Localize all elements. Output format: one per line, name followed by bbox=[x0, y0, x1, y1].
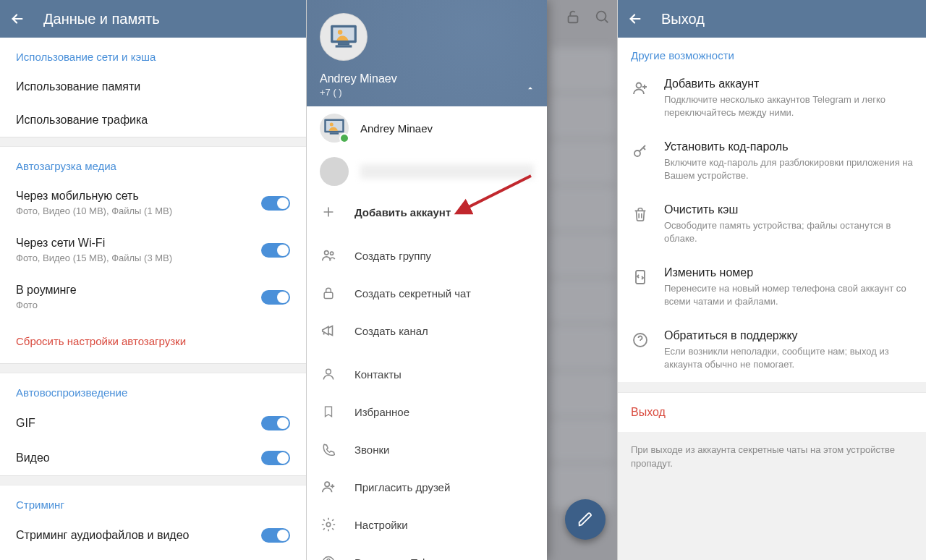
svg-rect-16 bbox=[569, 16, 578, 22]
drawer-new-group[interactable]: Создать группу bbox=[307, 237, 547, 274]
section-autoload-header: Автозагрузка медиа bbox=[0, 147, 306, 179]
drawer-header[interactable]: Andrey Minaev +7 ( ) bbox=[307, 0, 547, 106]
row-autoplay-gif[interactable]: GIF bbox=[0, 406, 306, 441]
row-autoload-mobile-title: Через мобильную сеть bbox=[16, 190, 172, 203]
svg-point-17 bbox=[597, 12, 606, 21]
row-traffic-usage[interactable]: Использование трафика bbox=[0, 103, 306, 137]
section-streaming-header: Стриминг bbox=[0, 485, 306, 518]
row-autoplay-video-title: Видео bbox=[16, 451, 50, 464]
svg-rect-3 bbox=[336, 45, 352, 47]
svg-rect-2 bbox=[338, 43, 349, 45]
gear-icon bbox=[320, 517, 336, 533]
drawer-secret-chat[interactable]: Создать секретный чат bbox=[307, 274, 547, 312]
section-autoplay-header: Автовоспроизведение bbox=[0, 373, 306, 406]
option-passcode[interactable]: Установить код-парольВключите код-пароль… bbox=[618, 130, 926, 193]
row-streaming-audio[interactable]: Стриминг аудиофайлов и видео bbox=[0, 518, 306, 553]
row-streaming-audio-title: Стриминг аудиофайлов и видео bbox=[16, 529, 189, 542]
panel3-title: Выход bbox=[661, 11, 705, 27]
svg-point-12 bbox=[326, 369, 331, 374]
row-autoload-roaming[interactable]: В роумингеФото bbox=[0, 273, 306, 321]
person-icon bbox=[321, 367, 336, 381]
help-icon bbox=[632, 331, 649, 349]
drawer-faq[interactable]: Вопросы о Telegram bbox=[307, 543, 547, 560]
bookmark-icon bbox=[322, 404, 335, 419]
profile-avatar[interactable] bbox=[320, 13, 368, 61]
drawer-new-group-label: Создать группу bbox=[354, 250, 431, 262]
toggle-autoplay-video[interactable] bbox=[261, 451, 290, 465]
account-name: Andrey Minaev bbox=[360, 122, 534, 135]
drawer-invite[interactable]: Пригласить друзей bbox=[307, 468, 547, 506]
option-passcode-sub: Включите код-пароль для разблокировки пр… bbox=[664, 156, 913, 182]
drawer-calls-label: Звонки bbox=[354, 444, 389, 456]
drawer-settings[interactable]: Настройки bbox=[307, 506, 547, 543]
drawer-secret-chat-label: Создать секретный чат bbox=[354, 287, 471, 300]
row-memory-usage[interactable]: Использование памяти bbox=[0, 70, 306, 103]
drawer-scrim[interactable] bbox=[547, 0, 617, 560]
toggle-autoplay-gif[interactable] bbox=[261, 416, 290, 430]
svg-point-4 bbox=[338, 30, 343, 35]
account-item-active[interactable]: Andrey Minaev bbox=[307, 106, 547, 150]
section-gap bbox=[0, 137, 306, 147]
row-autoload-wifi[interactable]: Через сети Wi-FiФото, Видео (15 MB), Фай… bbox=[0, 226, 306, 273]
option-support-sub: Если возникли неполадки, сообщите нам; в… bbox=[664, 345, 913, 370]
svg-point-19 bbox=[634, 150, 640, 156]
option-add-account[interactable]: Добавить аккаунтПодключите несколько акк… bbox=[618, 67, 926, 130]
person-add-icon bbox=[320, 479, 336, 495]
drawer-invite-label: Пригласить друзей bbox=[354, 481, 450, 493]
svg-point-8 bbox=[330, 123, 334, 127]
new-message-fab[interactable] bbox=[565, 499, 606, 540]
chevron-up-icon bbox=[525, 83, 535, 93]
row-autoload-mobile[interactable]: Через мобильную сетьФото, Видео (10 MB),… bbox=[0, 179, 306, 226]
avatar-placeholder-icon bbox=[325, 18, 362, 56]
option-passcode-title: Установить код-пароль bbox=[664, 140, 913, 153]
panel1-header: Данные и память bbox=[0, 0, 306, 38]
drawer-contacts[interactable]: Контакты bbox=[307, 355, 547, 393]
account-item-secondary[interactable] bbox=[307, 150, 547, 193]
megaphone-icon bbox=[320, 323, 336, 339]
drawer-add-account-label: Добавить аккаунт bbox=[354, 206, 451, 219]
drawer-faq-label: Вопросы о Telegram bbox=[354, 556, 456, 561]
plus-icon bbox=[321, 205, 336, 219]
help-icon bbox=[321, 555, 336, 560]
active-badge-icon bbox=[339, 133, 349, 143]
profile-name: Andrey Minaev bbox=[320, 72, 534, 85]
drawer-saved[interactable]: Избранное bbox=[307, 393, 547, 430]
toggle-streaming-audio[interactable] bbox=[261, 528, 290, 543]
panel1-title: Данные и память bbox=[43, 11, 160, 27]
option-change-number-title: Изменить номер bbox=[664, 266, 913, 279]
svg-point-13 bbox=[325, 482, 329, 486]
svg-point-10 bbox=[330, 252, 333, 255]
drawer-add-account[interactable]: Добавить аккаунт bbox=[307, 193, 547, 231]
back-button[interactable] bbox=[7, 9, 27, 29]
reset-autoload-button[interactable]: Сбросить настройки автозагрузки bbox=[0, 321, 306, 363]
option-clear-cache[interactable]: Очистить кэшОсвободите память устройства… bbox=[618, 193, 926, 256]
svg-point-9 bbox=[325, 251, 329, 255]
option-add-account-sub: Подключите несколько аккаунтов Telegram … bbox=[664, 93, 913, 119]
row-autoplay-video[interactable]: Видео bbox=[0, 441, 306, 475]
lock-icon bbox=[321, 286, 336, 300]
option-support[interactable]: Обратиться в поддержкуЕсли возникли непо… bbox=[618, 319, 926, 382]
section-other-options-header: Другие возможности bbox=[618, 38, 926, 67]
accounts-expand-toggle[interactable] bbox=[525, 83, 535, 93]
drawer-saved-label: Избранное bbox=[354, 406, 409, 418]
section-usage-header: Использование сети и кэша bbox=[0, 38, 306, 70]
drawer-new-channel[interactable]: Создать канал bbox=[307, 312, 547, 349]
option-change-number[interactable]: Изменить номерПеренесите на новый номер … bbox=[618, 256, 926, 319]
toggle-autoload-mobile[interactable] bbox=[261, 196, 290, 211]
option-clear-cache-title: Очистить кэш bbox=[664, 203, 913, 216]
option-add-account-title: Добавить аккаунт bbox=[664, 77, 913, 90]
phone-icon bbox=[321, 442, 336, 457]
toggle-autoload-roaming[interactable] bbox=[261, 290, 290, 305]
toggle-autoload-wifi[interactable] bbox=[261, 243, 290, 258]
row-autoload-wifi-title: Через сети Wi-Fi bbox=[16, 237, 172, 250]
svg-point-18 bbox=[637, 83, 642, 88]
row-memory-usage-label: Использование памяти bbox=[16, 80, 140, 93]
logout-button[interactable]: Выход bbox=[618, 392, 926, 432]
drawer-contacts-label: Контакты bbox=[354, 368, 402, 381]
key-icon bbox=[632, 143, 649, 160]
option-clear-cache-sub: Освободите память устройства; файлы оста… bbox=[664, 219, 913, 245]
back-button[interactable] bbox=[625, 9, 645, 29]
profile-phone: +7 ( ) bbox=[320, 87, 534, 98]
drawer-calls[interactable]: Звонки bbox=[307, 430, 547, 468]
drawer-panel: Andrey Minaev +7 ( ) Andrey Minaev bbox=[307, 0, 618, 560]
